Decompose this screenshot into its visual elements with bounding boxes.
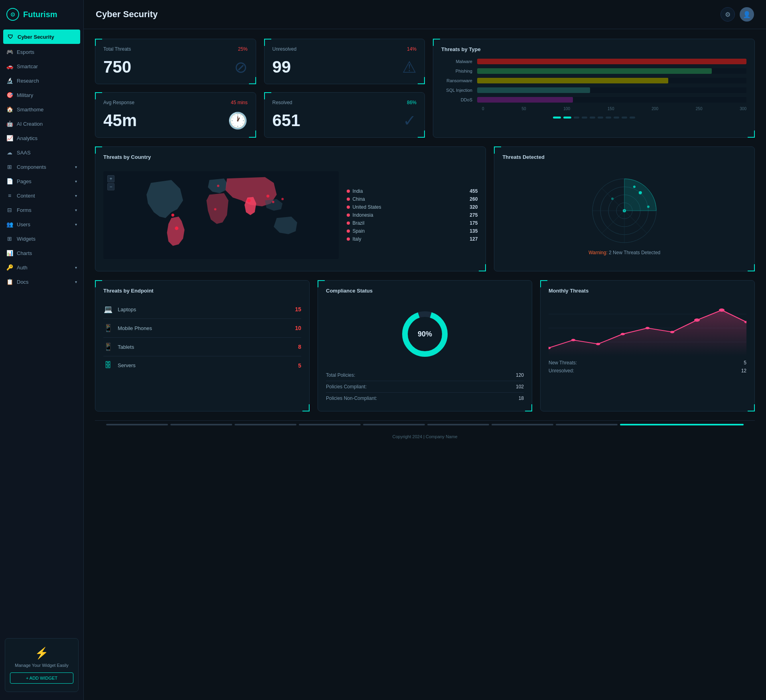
svg-point-15 bbox=[647, 206, 650, 208]
add-widget-button[interactable]: + ADD WIDGET bbox=[10, 672, 73, 684]
nav-icon: 🔑 bbox=[6, 264, 13, 271]
endpoint-list: 💻 Laptops 15 📱 Mobile Phones 10 📱 Tablet… bbox=[103, 300, 301, 374]
sidebar-item-saas[interactable]: ☁ SAAS bbox=[0, 145, 83, 160]
svg-point-29 bbox=[571, 339, 576, 341]
svg-point-35 bbox=[719, 308, 725, 312]
nav-icon: 👥 bbox=[6, 221, 13, 227]
map-svg bbox=[103, 171, 339, 259]
bar-fill bbox=[477, 59, 746, 64]
nav-icon: 🎮 bbox=[6, 49, 13, 55]
nav-icon: ⊟ bbox=[6, 207, 13, 213]
dot-8 bbox=[614, 117, 619, 119]
endpoint-value: 15 bbox=[295, 306, 301, 312]
sidebar-item-auth[interactable]: 🔑 Auth ▾ bbox=[0, 260, 83, 275]
total-policies-val: 120 bbox=[516, 372, 524, 378]
sidebar-item-smartcar[interactable]: 🚗 Smartcar bbox=[0, 59, 83, 73]
nav-icon: ⊞ bbox=[6, 235, 13, 242]
page-title: Cyber Security bbox=[96, 9, 158, 20]
dot-7 bbox=[606, 117, 611, 119]
legend-value: 455 bbox=[470, 188, 478, 194]
total-threats-card: Total Threats 25% 750 ⊘ bbox=[95, 39, 256, 84]
nav-label: AI Creation bbox=[17, 121, 43, 127]
settings-button[interactable]: ⚙ bbox=[721, 7, 735, 22]
sidebar-item-military[interactable]: 🎯 Military bbox=[0, 88, 83, 102]
legend-value: 175 bbox=[470, 220, 478, 226]
bar-label: Phishing bbox=[441, 69, 477, 73]
endpoint-row: 📱 Mobile Phones 10 bbox=[103, 319, 301, 338]
endpoint-value: 5 bbox=[298, 362, 301, 369]
nav-icon: 📈 bbox=[6, 135, 13, 141]
nav-label: Auth bbox=[17, 265, 28, 271]
legend-country: Indonesia bbox=[352, 212, 470, 218]
map-zoom-in[interactable]: + bbox=[107, 175, 115, 182]
endpoint-row: 💻 Laptops 15 bbox=[103, 300, 301, 319]
footer-seg-1 bbox=[106, 424, 168, 425]
app-name: Futurism bbox=[23, 10, 57, 19]
footer-seg-8 bbox=[556, 424, 618, 425]
chevron-down-icon: ▾ bbox=[75, 222, 77, 227]
legend-value: 135 bbox=[470, 228, 478, 234]
unresolved-monthly-val: 12 bbox=[741, 368, 746, 374]
legend-dot bbox=[347, 190, 350, 193]
sidebar-item-esports[interactable]: 🎮 Esports bbox=[0, 45, 83, 59]
warning-icon: ⚠ bbox=[402, 58, 417, 76]
row3: Threats by Endpoint 💻 Laptops 15 📱 Mobil… bbox=[95, 280, 755, 411]
sidebar-item-pages[interactable]: 📄 Pages ▾ bbox=[0, 174, 83, 188]
carousel-dots bbox=[441, 117, 746, 119]
avatar[interactable]: 👤 bbox=[740, 7, 754, 22]
endpoint-row: 📱 Tablets 8 bbox=[103, 338, 301, 356]
monthly-chart bbox=[549, 300, 746, 356]
world-map: + − bbox=[103, 171, 339, 259]
radar-container: Warning: 2 New Threats Detected bbox=[502, 166, 746, 264]
compliance-title: Compliance Status bbox=[326, 288, 524, 294]
footer-bar bbox=[95, 420, 755, 429]
legend-value: 260 bbox=[470, 196, 478, 202]
sidebar-item-research[interactable]: 🔬 Research bbox=[0, 73, 83, 88]
endpoint-row: 🗄 Servers 5 bbox=[103, 356, 301, 374]
svg-point-6 bbox=[272, 201, 274, 203]
non-compliant-val: 18 bbox=[519, 395, 524, 401]
unresolved-pct: 14% bbox=[407, 46, 417, 52]
sidebar-item-ai-creation[interactable]: 🤖 AI Creation bbox=[0, 117, 83, 131]
footer-seg-5 bbox=[363, 424, 425, 425]
sidebar-item-charts[interactable]: 📊 Charts bbox=[0, 246, 83, 260]
sidebar-item-components[interactable]: ⊞ Components ▾ bbox=[0, 160, 83, 174]
chevron-down-icon: ▾ bbox=[75, 265, 77, 270]
sidebar-item-docs[interactable]: 📋 Docs ▾ bbox=[0, 275, 83, 289]
sidebar-item-content[interactable]: ≡ Content ▾ bbox=[0, 188, 83, 203]
nav-label: Analytics bbox=[17, 135, 38, 141]
bar-row: Ransomware bbox=[441, 78, 746, 83]
legend-value: 275 bbox=[470, 212, 478, 218]
legend-row: Spain 135 bbox=[347, 227, 478, 235]
map-zoom-out[interactable]: − bbox=[107, 183, 115, 190]
threats-by-country-card: Threats by Country + − bbox=[95, 146, 486, 271]
footer-seg-3 bbox=[235, 424, 296, 425]
legend-country: Spain bbox=[352, 228, 470, 234]
sidebar-item-widgets[interactable]: ⊞ Widgets bbox=[0, 231, 83, 246]
sidebar-item-forms[interactable]: ⊟ Forms ▾ bbox=[0, 203, 83, 217]
legend-country: United States bbox=[352, 204, 470, 210]
endpoint-name: Mobile Phones bbox=[118, 325, 295, 331]
legend-dot bbox=[347, 229, 350, 233]
avg-response-pct: 45 mins bbox=[231, 100, 247, 105]
threats-by-endpoint-title: Threats by Endpoint bbox=[103, 288, 301, 294]
legend-country: India bbox=[352, 188, 470, 194]
legend-dot bbox=[347, 221, 350, 225]
sidebar-item-smarthome[interactable]: 🏠 Smarthome bbox=[0, 102, 83, 117]
svg-point-2 bbox=[175, 227, 178, 230]
dot-9 bbox=[622, 117, 627, 119]
nav-icon: 🤖 bbox=[6, 121, 13, 127]
bar-track bbox=[477, 97, 746, 103]
monthly-stats: New Threats: 5 Unresolved: 12 bbox=[549, 360, 746, 374]
sidebar-item-users[interactable]: 👥 Users ▾ bbox=[0, 217, 83, 231]
unresolved-label: Unresolved bbox=[272, 46, 297, 52]
compliance-stats: Total Policies: 120 Policies Compliant: … bbox=[326, 370, 524, 404]
non-compliant-label: Policies Non-Compliant: bbox=[326, 395, 377, 401]
sidebar-item-analytics[interactable]: 📈 Analytics bbox=[0, 131, 83, 145]
legend-row: Brazil 175 bbox=[347, 219, 478, 227]
app-logo[interactable]: ⊙ Futurism bbox=[0, 0, 83, 29]
sidebar-item-cyber-security[interactable]: 🛡 Cyber Security bbox=[3, 30, 80, 44]
footer-seg-2 bbox=[170, 424, 232, 425]
bar-fill bbox=[477, 78, 668, 83]
legend-value: 320 bbox=[470, 204, 478, 210]
